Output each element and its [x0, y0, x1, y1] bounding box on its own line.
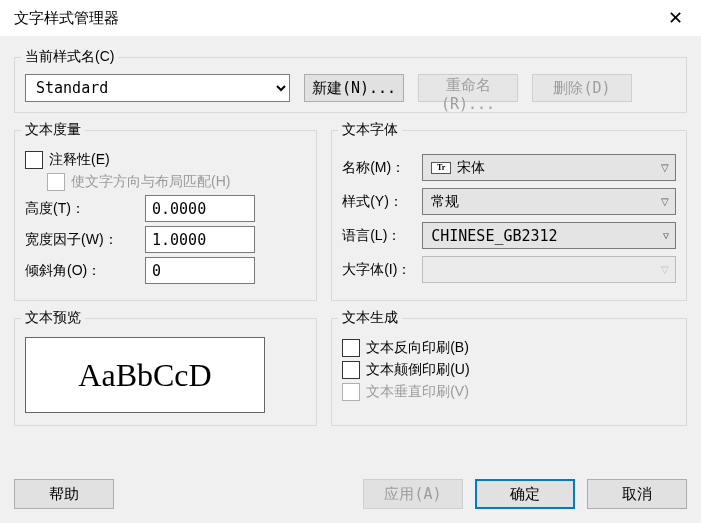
- titlebar: 文字样式管理器 ✕: [0, 0, 701, 36]
- bigfont-label: 大字体(I)：: [342, 261, 422, 279]
- height-input[interactable]: [145, 195, 255, 222]
- annotative-checkbox[interactable]: [25, 151, 43, 169]
- chevron-down-icon: ▽: [661, 196, 669, 207]
- height-label: 高度(T)：: [25, 200, 145, 218]
- match-orientation-checkbox: [47, 173, 65, 191]
- annotative-label: 注释性(E): [49, 151, 110, 169]
- close-icon[interactable]: ✕: [660, 3, 691, 33]
- vertical-label: 文本垂直印刷(V): [366, 383, 469, 401]
- font-lang-label: 语言(L)：: [342, 227, 422, 245]
- rename-style-button: 重命名(R)...: [418, 74, 518, 102]
- chevron-down-icon: ▽: [661, 264, 669, 275]
- bigfont-select: ▽: [422, 256, 676, 283]
- window-title: 文字样式管理器: [14, 9, 660, 28]
- footer: 帮助 应用(A) 确定 取消: [10, 475, 691, 513]
- truetype-icon: Tr: [431, 162, 451, 174]
- dialog-body: 当前样式名(C) Standard 新建(N)... 重命名(R)... 删除(…: [0, 36, 701, 523]
- oblique-label: 倾斜角(O)：: [25, 262, 145, 280]
- group-text-font: 文本字体 名称(M)： Tr宋体 ▽ 样式(Y)： 常规 ▽ 语言(L)： CH…: [331, 121, 687, 301]
- legend-font: 文本字体: [338, 121, 402, 139]
- width-factor-label: 宽度因子(W)：: [25, 231, 145, 249]
- chevron-down-icon: ▽: [663, 230, 669, 241]
- preview-sample: AaBbCcD: [25, 337, 265, 413]
- font-name-select[interactable]: Tr宋体 ▽: [422, 154, 676, 181]
- apply-button: 应用(A): [363, 479, 463, 509]
- vertical-checkbox: [342, 383, 360, 401]
- upsidedown-label: 文本颠倒印刷(U): [366, 361, 469, 379]
- chevron-down-icon: ▽: [661, 162, 669, 173]
- delete-style-button: 删除(D): [532, 74, 632, 102]
- upsidedown-checkbox[interactable]: [342, 361, 360, 379]
- width-factor-input[interactable]: [145, 226, 255, 253]
- new-style-button[interactable]: 新建(N)...: [304, 74, 404, 102]
- group-text-metrics: 文本度量 注释性(E) 使文字方向与布局匹配(H) 高度(T)： 宽度因子(W)…: [14, 121, 317, 301]
- oblique-input[interactable]: [145, 257, 255, 284]
- legend-current-style: 当前样式名(C): [21, 48, 118, 66]
- backwards-checkbox[interactable]: [342, 339, 360, 357]
- cancel-button[interactable]: 取消: [587, 479, 687, 509]
- legend-preview: 文本预览: [21, 309, 85, 327]
- group-text-effects: 文本生成 文本反向印刷(B) 文本颠倒印刷(U) 文本垂直印刷(V): [331, 309, 687, 426]
- group-text-preview: 文本预览 AaBbCcD: [14, 309, 317, 426]
- match-orientation-label: 使文字方向与布局匹配(H): [71, 173, 230, 191]
- legend-effects: 文本生成: [338, 309, 402, 327]
- ok-button[interactable]: 确定: [475, 479, 575, 509]
- font-name-label: 名称(M)：: [342, 159, 422, 177]
- legend-metrics: 文本度量: [21, 121, 85, 139]
- group-current-style: 当前样式名(C) Standard 新建(N)... 重命名(R)... 删除(…: [14, 48, 687, 113]
- help-button[interactable]: 帮助: [14, 479, 114, 509]
- font-lang-select[interactable]: CHINESE_GB2312 ▽: [422, 222, 676, 249]
- style-name-select[interactable]: Standard: [25, 74, 290, 102]
- font-style-select[interactable]: 常规 ▽: [422, 188, 676, 215]
- backwards-label: 文本反向印刷(B): [366, 339, 469, 357]
- font-style-label: 样式(Y)：: [342, 193, 422, 211]
